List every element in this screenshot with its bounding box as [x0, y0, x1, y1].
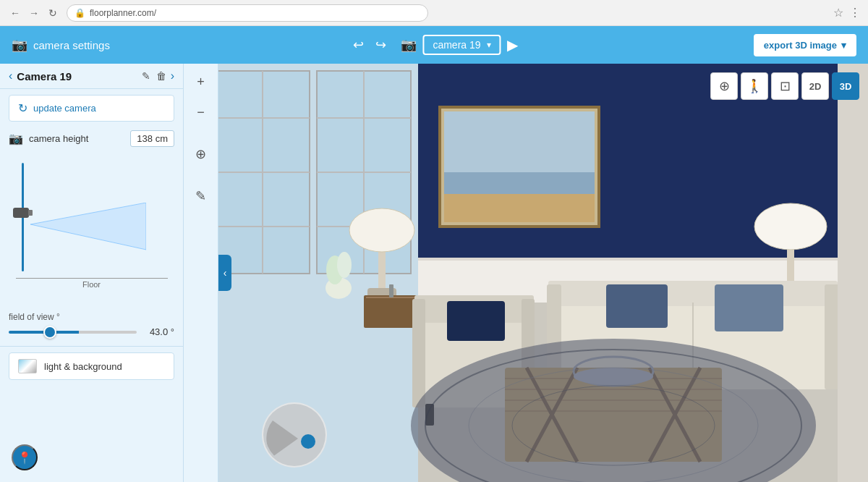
pillow-right — [715, 284, 783, 331]
fov-value: 43.0 ° — [142, 326, 174, 337]
fov-svg — [30, 203, 146, 261]
nav-position-dot — [301, 434, 315, 449]
app: 📷 camera settings ↩ ↪ 📷 camera 19 ▾ ▶ ex… — [0, 26, 868, 482]
next-camera-button[interactable]: › — [171, 69, 174, 83]
map-pin-button[interactable]: 📍 — [12, 444, 38, 470]
viewport: + − ⊕ ✎ ‹ — [184, 64, 868, 482]
fov-label: field of view ° — [9, 312, 174, 322]
prev-camera-button[interactable]: ‹ — [9, 69, 12, 83]
export-label: export 3D image — [764, 40, 837, 51]
camera-height-label: camera height — [29, 133, 124, 144]
nav-arc-path — [266, 420, 298, 457]
camera-selector[interactable]: camera 19 ▾ — [422, 35, 501, 55]
height-slider-thumb[interactable] — [17, 209, 26, 212]
collapse-sidebar-button[interactable]: ‹ — [218, 255, 231, 291]
camera-diagram: Floor — [0, 156, 183, 300]
browser-chrome: ← → ↻ 🔒 floorplanner.com/ ☆ ⋮ — [0, 0, 868, 26]
sofa-back — [548, 281, 838, 306]
update-camera-label: update camera — [33, 103, 96, 114]
3d-mode-button[interactable]: 3D — [832, 72, 859, 100]
center-view-button[interactable]: ⊕ — [189, 142, 213, 166]
sofa-arm-right — [825, 284, 839, 389]
pencil-icon: ✎ — [195, 188, 206, 204]
main-content: ‹ Camera 19 ✎ 🗑 › ↻ update camera 📷 came… — [0, 64, 868, 482]
nav-arc — [265, 406, 323, 464]
browser-menu-icon[interactable]: ⋮ — [849, 6, 861, 20]
export-3d-button[interactable]: export 3D image ▾ — [754, 34, 856, 56]
2d-mode-button[interactable]: 2D — [801, 72, 829, 100]
bookmark-star-icon[interactable]: ☆ — [833, 6, 843, 20]
camera-selector-group: 📷 camera 19 ▾ ▶ — [401, 35, 517, 55]
plus-icon: + — [197, 75, 205, 90]
refresh-button[interactable]: ↻ — [45, 5, 61, 21]
zoom-in-button[interactable]: + — [189, 69, 213, 94]
top-toolbar: 📷 camera settings ↩ ↪ 📷 camera 19 ▾ ▶ ex… — [0, 26, 868, 64]
viewport-toolbar: + − ⊕ ✎ — [184, 64, 218, 482]
armchair-pillow — [447, 301, 505, 341]
person-view-button[interactable]: 🚶 — [741, 72, 768, 100]
camera-nav: ‹ Camera 19 ✎ 🗑 › — [0, 64, 183, 89]
export-dropdown-icon: ▾ — [841, 40, 846, 51]
delete-camera-button[interactable]: 🗑 — [156, 70, 166, 82]
update-camera-button[interactable]: ↻ update camera — [9, 95, 174, 122]
dropdown-icon: ▾ — [487, 40, 491, 50]
divider — [0, 346, 183, 347]
browser-nav-buttons: ← → ↻ — [7, 5, 61, 21]
undo-redo-group: ↩ ↪ — [350, 34, 389, 56]
floor-indicator-line — [16, 278, 168, 279]
sidebar-spacer — [0, 383, 183, 446]
toolbar-center: ↩ ↪ 📷 camera 19 ▾ ▶ — [350, 34, 517, 56]
navigation-circle[interactable] — [262, 402, 327, 468]
camera-settings-icon: 📷 — [12, 37, 27, 53]
nav-arc-svg — [265, 406, 323, 464]
building-view-button[interactable]: ⊡ — [771, 72, 799, 100]
camera-nav-title: Camera 19 — [17, 70, 137, 83]
dark-object — [389, 284, 393, 297]
room-3d-scene: ⊕ 🚶 ⊡ 2D 3D — [218, 64, 868, 482]
thumb-indicator — [23, 209, 26, 212]
undo-button[interactable]: ↩ — [350, 34, 367, 56]
toolbar-title: camera settings — [33, 39, 110, 51]
lock-icon: 🔒 — [75, 8, 85, 18]
refresh-icon: ↻ — [18, 101, 27, 115]
left-lamp-shade — [349, 208, 414, 252]
building-icon: ⊡ — [780, 78, 791, 94]
fov-slider[interactable] — [9, 331, 137, 334]
toolbar-left: 📷 camera settings — [12, 37, 110, 53]
right-wall — [838, 64, 868, 482]
fov-slider-row: 43.0 ° — [9, 326, 174, 337]
fov-section: field of view ° 43.0 ° — [0, 306, 183, 343]
back-button[interactable]: ← — [7, 5, 23, 21]
light-background-thumbnail — [18, 359, 37, 373]
forward-button[interactable]: → — [26, 5, 42, 21]
crosshair-icon: ⊕ — [195, 146, 206, 162]
camera-action-buttons: ✎ 🗑 — [142, 70, 166, 82]
floor-indicator-label: Floor — [82, 280, 101, 289]
url-text: floorplanner.com/ — [90, 8, 156, 18]
address-bar[interactable]: 🔒 floorplanner.com/ — [67, 4, 428, 22]
camera-selector-icon: 📷 — [401, 37, 417, 53]
orbit-view-button[interactable]: ⊕ — [710, 72, 738, 100]
view-controls: ⊕ 🚶 ⊡ 2D 3D — [710, 72, 859, 100]
zoom-out-button[interactable]: − — [189, 100, 213, 124]
collapse-icon: ‹ — [224, 267, 227, 279]
camera-height-icon: 📷 — [9, 132, 23, 145]
camera-height-value: 138 cm — [130, 130, 174, 147]
sidebar-bottom-area: 📍 — [0, 446, 183, 482]
pillow-left — [606, 284, 668, 328]
diagram-inner: Floor — [7, 156, 176, 293]
armchair-arm-left — [412, 299, 425, 407]
right-lamp-shade — [754, 203, 827, 250]
sidebar: ‹ Camera 19 ✎ 🗑 › ↻ update camera 📷 came… — [0, 64, 184, 482]
toolbar-right: export 3D image ▾ — [754, 34, 856, 56]
edit-tool-button[interactable]: ✎ — [189, 184, 213, 208]
person-icon: 🚶 — [746, 78, 762, 94]
play-button[interactable]: ▶ — [507, 36, 518, 54]
fov-polygon — [30, 203, 146, 250]
edit-camera-button[interactable]: ✎ — [142, 70, 150, 82]
light-background-label: light & background — [44, 361, 122, 372]
painting-sand — [444, 194, 595, 222]
redo-button[interactable]: ↪ — [373, 34, 389, 56]
minus-icon: − — [197, 105, 205, 120]
light-background-button[interactable]: light & background — [9, 352, 174, 380]
